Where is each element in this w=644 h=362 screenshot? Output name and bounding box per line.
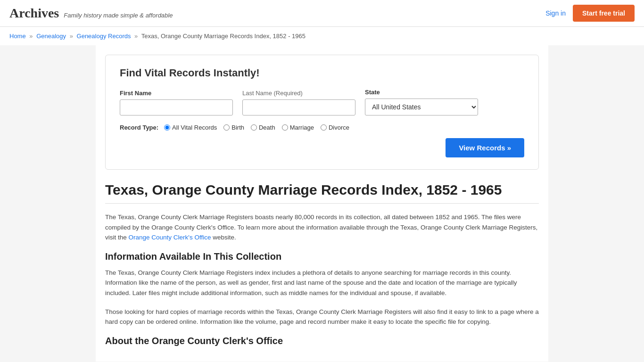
radio-death: Death [251, 124, 275, 131]
radio-death-label: Death [259, 124, 275, 131]
site-tagline: Family history made simple & affordable [64, 12, 173, 19]
breadcrumb-separator-1: » [29, 33, 33, 40]
page-title: Texas, Orange County Marriage Records In… [105, 181, 539, 198]
radio-birth-label: Birth [231, 124, 244, 131]
state-field-group: State All United States Alabama Alaska A… [365, 89, 478, 115]
breadcrumb-separator-2: » [70, 33, 73, 40]
radio-marriage-label: Marriage [290, 124, 314, 131]
state-select[interactable]: All United States Alabama Alaska Arizona… [365, 99, 478, 115]
record-type-row: Record Type: All Vital Records Birth Dea… [120, 124, 524, 131]
radio-marriage-input[interactable] [282, 124, 288, 131]
site-logo: Archives [9, 6, 59, 21]
radio-birth-input[interactable] [223, 124, 230, 131]
breadcrumb-separator-3: » [134, 33, 138, 40]
section2-heading: About the Orange County Clerk's Office [105, 336, 539, 346]
search-fields-row: First Name Last Name (Required) State Al… [120, 89, 524, 115]
breadcrumb: Home » Genealogy » Genealogy Records » T… [0, 27, 644, 45]
search-box: Find Vital Records Instantly! First Name… [105, 55, 539, 170]
intro-paragraph: The Texas, Orange County Clerk Marriage … [105, 212, 539, 243]
breadcrumb-home[interactable]: Home [9, 33, 26, 40]
orange-county-clerk-link[interactable]: Orange County Clerk's Office [129, 234, 211, 241]
last-name-field-group: Last Name (Required) [242, 90, 355, 115]
search-box-title: Find Vital Records Instantly! [120, 67, 524, 79]
radio-divorce: Divorce [321, 124, 349, 131]
section1-heading: Information Available In This Collection [105, 251, 539, 262]
first-name-label: First Name [120, 90, 233, 97]
radio-marriage: Marriage [282, 124, 314, 131]
main-content: Find Vital Records Instantly! First Name… [96, 45, 548, 362]
title-divider [105, 203, 539, 204]
radio-all-vital: All Vital Records [164, 124, 217, 131]
last-name-label: Last Name (Required) [242, 90, 355, 97]
state-label: State [365, 89, 478, 96]
first-name-field-group: First Name [120, 90, 233, 115]
search-btn-row: View Records » [120, 138, 524, 157]
section1-text2: Those looking for hard copies of marriag… [105, 307, 539, 327]
header-actions: Sign in Start free trial [545, 5, 635, 22]
breadcrumb-genealogy-records[interactable]: Genealogy Records [77, 33, 131, 40]
radio-all-vital-label: All Vital Records [172, 124, 217, 131]
radio-divorce-input[interactable] [321, 124, 327, 131]
breadcrumb-current: Texas, Orange County Marriage Records In… [141, 33, 305, 40]
logo-area: Archives Family history made simple & af… [9, 6, 173, 21]
section1-text: The Texas, Orange County Clerk Marriage … [105, 268, 539, 298]
breadcrumb-genealogy[interactable]: Genealogy [36, 33, 66, 40]
last-name-input[interactable] [242, 99, 355, 115]
sign-in-link[interactable]: Sign in [545, 9, 566, 17]
site-header: Archives Family history made simple & af… [0, 0, 644, 27]
first-name-input[interactable] [120, 99, 233, 115]
record-type-label: Record Type: [120, 124, 158, 131]
radio-all-vital-input[interactable] [164, 124, 170, 131]
intro-text-end: website. [213, 234, 236, 241]
radio-birth: Birth [223, 124, 244, 131]
view-records-button[interactable]: View Records » [446, 138, 524, 157]
start-trial-button[interactable]: Start free trial [573, 5, 635, 22]
radio-divorce-label: Divorce [329, 124, 349, 131]
radio-death-input[interactable] [251, 124, 257, 131]
